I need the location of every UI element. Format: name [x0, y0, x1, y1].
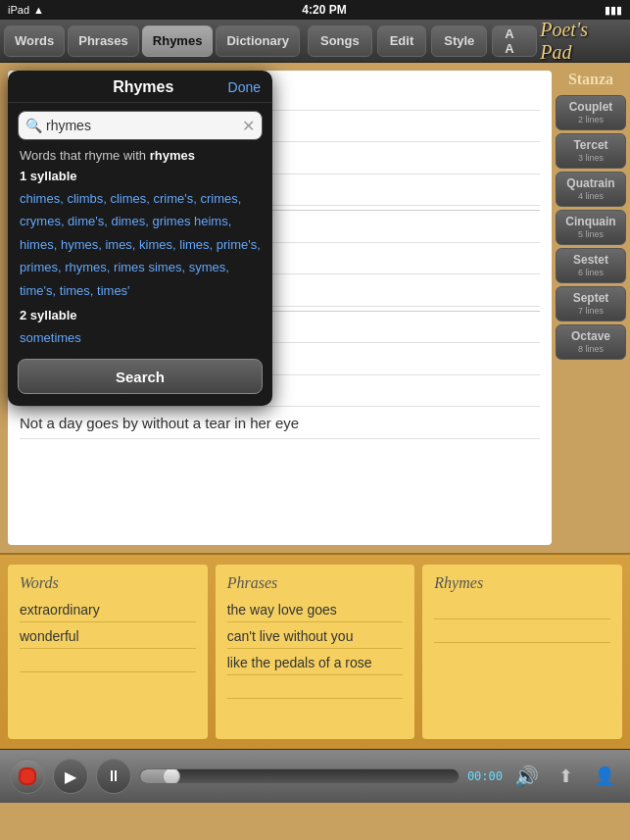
rhymes-content: Words that rhyme with rhymes 1 syllable …	[8, 148, 272, 349]
rhymes-popup: Rhymes Done 🔍 ✕ Words that rhyme with rh…	[8, 71, 272, 406]
carrier-label: iPad	[8, 4, 29, 16]
rhyme-words-1: chimes, climbs, climes, crime's, crimes,…	[20, 187, 261, 302]
phrases-card-title: Phrases	[227, 574, 404, 592]
stanza-tercet[interactable]: Tercet 3 lines	[556, 133, 626, 169]
play-button[interactable]: ▶	[53, 759, 88, 794]
stanza-cinquain[interactable]: Cinquain 5 lines	[556, 210, 626, 245]
words-card-title: Words	[20, 574, 196, 592]
rhymes-item-empty-2	[434, 625, 610, 643]
app-title: Poet's Pad	[540, 19, 626, 64]
tab-dictionary[interactable]: Dictionary	[216, 25, 300, 57]
rhymes-card-title: Rhymes	[434, 574, 610, 592]
share-button[interactable]: ⬆	[550, 761, 581, 792]
bottom-section: Words extraordinary wonderful Phrases th…	[0, 553, 630, 749]
status-right: ▮▮▮	[605, 4, 622, 17]
search-clear-icon[interactable]: ✕	[242, 117, 255, 135]
pause-button[interactable]: ⏸	[96, 759, 131, 794]
stanza-title: Stanza	[568, 71, 613, 88]
status-bar: iPad ▲ 4:20 PM ▮▮▮	[0, 0, 630, 20]
progress-thumb[interactable]	[163, 768, 180, 784]
words-item-empty	[20, 655, 196, 672]
rhymes-card: Rhymes	[422, 565, 622, 739]
rhymes-popup-title: Rhymes	[59, 78, 228, 96]
tab-songs[interactable]: Songs	[308, 25, 372, 57]
tab-edit[interactable]: Edit	[377, 25, 427, 57]
user-icon: 👤	[594, 766, 615, 787]
tab-style[interactable]: Style	[431, 25, 487, 57]
phrases-item-1: can't live without you	[227, 628, 404, 649]
tab-aa[interactable]: A A	[492, 25, 537, 57]
search-icon: 🔍	[25, 118, 42, 133]
rhymes-item-empty	[434, 602, 610, 619]
rhymes-search-row: 🔍 ✕	[8, 103, 272, 148]
stanza-quatrain[interactable]: Quatrain 4 lines	[556, 172, 626, 207]
time-label: 4:20 PM	[302, 3, 346, 17]
stanza-sidebar: Stanza Couplet 2 lines Tercet 3 lines Qu…	[552, 63, 630, 553]
phrases-item-2: like the pedals of a rose	[227, 655, 404, 675]
rhyme-words-2: sometimes	[20, 326, 261, 349]
phrases-card: Phrases the way love goes can't live wit…	[216, 565, 415, 739]
rhymes-search-input[interactable]	[18, 111, 263, 140]
tab-rhymes[interactable]: Rhymes	[142, 25, 214, 57]
words-item-1: wonderful	[20, 628, 196, 649]
stanza-octave[interactable]: Octave 8 lines	[556, 324, 626, 360]
pause-icon: ⏸	[106, 767, 121, 785]
playback-time: 00:00	[467, 769, 503, 783]
main-area: gone along 's done house a home n t till…	[0, 63, 630, 553]
rhymes-search-wrapper: 🔍 ✕	[18, 111, 263, 140]
tab-words[interactable]: Words	[4, 25, 65, 57]
editor-line: Not a day goes by without a tear in her …	[20, 411, 540, 439]
phrases-item-0: the way love goes	[227, 602, 404, 622]
nav-bar: Words Phrases Rhymes Dictionary Songs Ed…	[0, 20, 630, 63]
words-item-0: extraordinary	[20, 602, 196, 622]
wifi-icon: ▲	[33, 4, 44, 16]
rhymes-done-button[interactable]: Done	[228, 79, 261, 95]
volume-icon: 🔊	[514, 765, 539, 788]
stanza-sestet[interactable]: Sestet 6 lines	[556, 248, 626, 283]
rhymes-popup-header: Rhymes Done	[8, 71, 272, 103]
rhymes-intro: Words that rhyme with rhymes	[20, 148, 261, 163]
battery-icon: ▮▮▮	[605, 4, 622, 17]
playback-bar: ▶ ⏸ 00:00 🔊 ⬆ 👤	[0, 749, 630, 803]
record-button[interactable]	[10, 759, 45, 794]
volume-button[interactable]: 🔊	[510, 761, 542, 792]
rhymes-search-button[interactable]: Search	[18, 359, 263, 394]
user-button[interactable]: 👤	[589, 761, 620, 792]
tab-phrases[interactable]: Phrases	[68, 25, 139, 57]
play-icon: ▶	[65, 767, 76, 786]
words-card: Words extraordinary wonderful	[8, 565, 208, 739]
status-left: iPad ▲	[8, 4, 44, 16]
stanza-septet[interactable]: Septet 7 lines	[556, 286, 626, 321]
syllable-label-1: 1 syllable	[20, 169, 261, 183]
share-icon: ⬆	[558, 766, 573, 787]
stanza-couplet[interactable]: Couplet 2 lines	[556, 95, 626, 130]
phrases-item-empty	[227, 681, 404, 699]
progress-bar[interactable]	[139, 768, 460, 784]
syllable-label-2: 2 syllable	[20, 308, 261, 322]
